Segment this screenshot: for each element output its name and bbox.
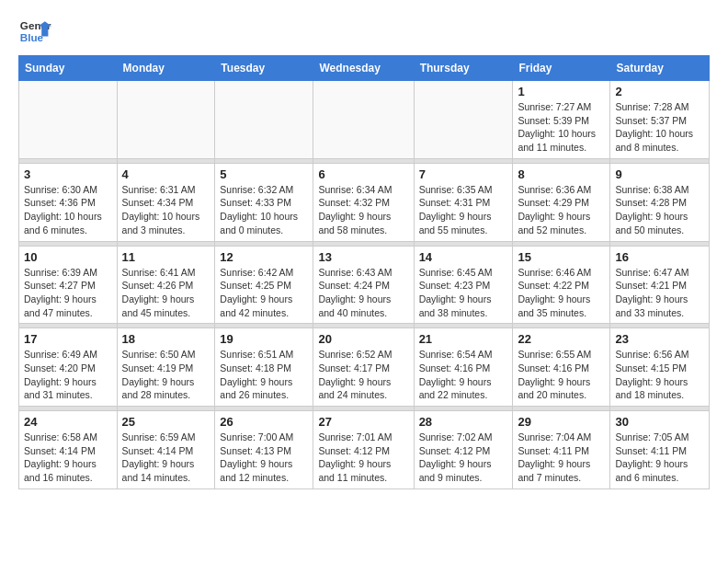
day-number: 20 [318,332,408,346]
day-info: Sunrise: 6:52 AMSunset: 4:17 PMDaylight:… [318,348,408,402]
day-cell: 5Sunrise: 6:32 AMSunset: 4:33 PMDaylight… [215,163,313,241]
day-number: 25 [122,415,210,429]
day-number: 9 [615,167,704,181]
day-info: Sunrise: 6:47 AMSunset: 4:21 PMDaylight:… [615,266,704,320]
calendar-table: SundayMondayTuesdayWednesdayThursdayFrid… [18,55,710,489]
day-info: Sunrise: 6:34 AMSunset: 4:32 PMDaylight:… [318,183,408,237]
day-info: Sunrise: 6:50 AMSunset: 4:19 PMDaylight:… [122,348,210,402]
day-cell [215,81,313,159]
day-cell: 23Sunrise: 6:56 AMSunset: 4:15 PMDayligh… [610,328,710,407]
day-info: Sunrise: 6:38 AMSunset: 4:28 PMDaylight:… [615,183,704,237]
weekday-header-row: SundayMondayTuesdayWednesdayThursdayFrid… [19,56,710,81]
weekday-header-friday: Friday [513,56,610,81]
day-cell: 16Sunrise: 6:47 AMSunset: 4:21 PMDayligh… [610,246,710,324]
day-number: 24 [24,415,112,429]
day-number: 5 [220,167,308,181]
day-info: Sunrise: 6:46 AMSunset: 4:22 PMDaylight:… [518,266,605,320]
day-number: 19 [220,332,308,346]
day-number: 4 [122,167,210,181]
day-number: 13 [318,250,408,264]
day-number: 8 [518,167,605,181]
day-number: 30 [615,415,704,429]
day-cell: 22Sunrise: 6:55 AMSunset: 4:16 PMDayligh… [513,328,610,407]
day-cell: 3Sunrise: 6:30 AMSunset: 4:36 PMDaylight… [19,163,118,241]
day-cell: 26Sunrise: 7:00 AMSunset: 4:13 PMDayligh… [215,411,313,489]
weekday-header-wednesday: Wednesday [313,56,414,81]
day-cell: 19Sunrise: 6:51 AMSunset: 4:18 PMDayligh… [215,328,313,407]
day-number: 2 [615,85,704,98]
header: General Blue [18,15,710,48]
day-number: 11 [122,250,210,264]
day-info: Sunrise: 6:51 AMSunset: 4:18 PMDaylight:… [220,348,308,402]
day-cell [313,81,414,159]
day-info: Sunrise: 7:02 AMSunset: 4:12 PMDaylight:… [419,431,508,485]
day-cell: 24Sunrise: 6:58 AMSunset: 4:14 PMDayligh… [19,411,118,489]
day-cell: 18Sunrise: 6:50 AMSunset: 4:19 PMDayligh… [117,328,215,407]
day-number: 10 [24,250,112,264]
day-info: Sunrise: 6:49 AMSunset: 4:20 PMDaylight:… [24,348,112,402]
day-number: 21 [419,332,508,346]
day-cell: 4Sunrise: 6:31 AMSunset: 4:34 PMDaylight… [117,163,215,241]
day-info: Sunrise: 6:45 AMSunset: 4:23 PMDaylight:… [419,266,508,320]
day-number: 14 [419,250,508,264]
day-cell: 25Sunrise: 6:59 AMSunset: 4:14 PMDayligh… [117,411,215,489]
day-cell: 10Sunrise: 6:39 AMSunset: 4:27 PMDayligh… [19,246,118,324]
week-row-4: 17Sunrise: 6:49 AMSunset: 4:20 PMDayligh… [19,328,710,407]
day-info: Sunrise: 6:41 AMSunset: 4:26 PMDaylight:… [122,266,210,320]
day-cell: 17Sunrise: 6:49 AMSunset: 4:20 PMDayligh… [19,328,118,407]
day-info: Sunrise: 6:58 AMSunset: 4:14 PMDaylight:… [24,431,112,485]
day-number: 22 [518,332,605,346]
week-row-5: 24Sunrise: 6:58 AMSunset: 4:14 PMDayligh… [19,411,710,489]
day-cell: 21Sunrise: 6:54 AMSunset: 4:16 PMDayligh… [414,328,513,407]
weekday-header-monday: Monday [117,56,215,81]
day-number: 23 [615,332,704,346]
logo: General Blue [18,15,51,48]
day-cell: 28Sunrise: 7:02 AMSunset: 4:12 PMDayligh… [414,411,513,489]
week-row-2: 3Sunrise: 6:30 AMSunset: 4:36 PMDaylight… [19,163,710,241]
day-number: 7 [419,167,508,181]
day-cell: 14Sunrise: 6:45 AMSunset: 4:23 PMDayligh… [414,246,513,324]
day-cell: 6Sunrise: 6:34 AMSunset: 4:32 PMDaylight… [313,163,414,241]
day-info: Sunrise: 7:28 AMSunset: 5:37 PMDaylight:… [615,100,704,155]
day-number: 6 [318,167,408,181]
day-info: Sunrise: 6:36 AMSunset: 4:29 PMDaylight:… [518,183,605,237]
week-row-1: 1Sunrise: 7:27 AMSunset: 5:39 PMDaylight… [19,81,710,159]
day-info: Sunrise: 6:42 AMSunset: 4:25 PMDaylight:… [220,266,308,320]
day-cell: 27Sunrise: 7:01 AMSunset: 4:12 PMDayligh… [313,411,414,489]
day-cell: 2Sunrise: 7:28 AMSunset: 5:37 PMDaylight… [610,81,710,159]
day-number: 17 [24,332,112,346]
day-number: 29 [518,415,605,429]
weekday-header-saturday: Saturday [610,56,710,81]
day-cell: 11Sunrise: 6:41 AMSunset: 4:26 PMDayligh… [117,246,215,324]
day-number: 12 [220,250,308,264]
logo-icon: General Blue [18,15,51,48]
day-number: 28 [419,415,508,429]
day-info: Sunrise: 6:43 AMSunset: 4:24 PMDaylight:… [318,266,408,320]
day-info: Sunrise: 6:39 AMSunset: 4:27 PMDaylight:… [24,266,112,320]
day-cell: 8Sunrise: 6:36 AMSunset: 4:29 PMDaylight… [513,163,610,241]
day-cell [414,81,513,159]
day-number: 18 [122,332,210,346]
day-info: Sunrise: 7:04 AMSunset: 4:11 PMDaylight:… [518,431,605,485]
day-info: Sunrise: 7:00 AMSunset: 4:13 PMDaylight:… [220,431,308,485]
day-number: 16 [615,250,704,264]
day-number: 15 [518,250,605,264]
day-info: Sunrise: 6:35 AMSunset: 4:31 PMDaylight:… [419,183,508,237]
day-cell [19,81,118,159]
day-info: Sunrise: 6:31 AMSunset: 4:34 PMDaylight:… [122,183,210,237]
day-cell: 1Sunrise: 7:27 AMSunset: 5:39 PMDaylight… [513,81,610,159]
day-cell: 13Sunrise: 6:43 AMSunset: 4:24 PMDayligh… [313,246,414,324]
svg-text:Blue: Blue [20,31,44,43]
day-cell: 9Sunrise: 6:38 AMSunset: 4:28 PMDaylight… [610,163,710,241]
day-cell [117,81,215,159]
day-info: Sunrise: 6:55 AMSunset: 4:16 PMDaylight:… [518,348,605,402]
day-info: Sunrise: 6:30 AMSunset: 4:36 PMDaylight:… [24,183,112,237]
day-info: Sunrise: 6:59 AMSunset: 4:14 PMDaylight:… [122,431,210,485]
day-number: 3 [24,167,112,181]
day-info: Sunrise: 6:56 AMSunset: 4:15 PMDaylight:… [615,348,704,402]
day-cell: 20Sunrise: 6:52 AMSunset: 4:17 PMDayligh… [313,328,414,407]
day-cell: 29Sunrise: 7:04 AMSunset: 4:11 PMDayligh… [513,411,610,489]
week-row-3: 10Sunrise: 6:39 AMSunset: 4:27 PMDayligh… [19,246,710,324]
day-cell: 7Sunrise: 6:35 AMSunset: 4:31 PMDaylight… [414,163,513,241]
day-info: Sunrise: 7:01 AMSunset: 4:12 PMDaylight:… [318,431,408,485]
